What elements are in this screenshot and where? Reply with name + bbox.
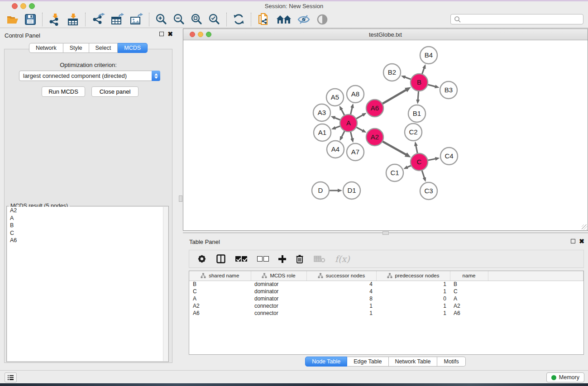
graph-node-A2[interactable]: A2 — [366, 129, 383, 146]
table-cell[interactable]: 0 — [376, 295, 450, 302]
tab-motifs[interactable]: Motifs — [437, 357, 465, 367]
search-input[interactable] — [461, 15, 583, 24]
table-cell[interactable]: A6 — [189, 310, 251, 317]
memory-button[interactable]: Memory — [546, 372, 584, 382]
table-cell[interactable]: C — [189, 288, 251, 295]
create-column-button[interactable] — [276, 251, 288, 267]
table-cell[interactable]: dominator — [251, 281, 306, 288]
tab-node-table[interactable]: Node Table — [305, 357, 347, 367]
table-cell[interactable]: 1 — [376, 310, 450, 317]
column-header-successor-nodes[interactable]: successor nodes — [306, 271, 376, 281]
graph-node-A4[interactable]: A4 — [327, 141, 344, 158]
export-network-button[interactable] — [89, 12, 108, 27]
export-table-button[interactable] — [108, 12, 127, 27]
mcds-result-item[interactable]: C — [7, 229, 168, 237]
table-cell[interactable]: connector — [251, 302, 306, 310]
table-cell[interactable]: A6 — [450, 310, 488, 317]
table-cell[interactable] — [488, 295, 583, 302]
graph-node-D[interactable]: D — [312, 182, 329, 199]
unselect-all-columns-button[interactable] — [254, 251, 272, 267]
table-cell[interactable]: 1 — [306, 310, 376, 317]
column-header-shared-name[interactable]: shared name — [189, 271, 251, 281]
optimization-select[interactable]: largest connected component (directed) — [19, 71, 160, 81]
table-cell[interactable]: 1 — [376, 288, 450, 295]
mcds-result-item[interactable]: A6 — [7, 237, 168, 244]
import-table-button[interactable] — [64, 12, 82, 27]
table-cell[interactable]: A — [189, 295, 251, 302]
close-panel-button[interactable]: Close panel — [91, 86, 139, 97]
table-cell[interactable]: dominator — [251, 295, 306, 302]
float-table-panel-icon[interactable] — [571, 239, 575, 243]
column-header-predecessor-nodes[interactable]: predecessor nodes — [376, 271, 450, 281]
graph-node-C3[interactable]: C3 — [420, 182, 437, 200]
close-panel-icon[interactable]: ✖ — [167, 32, 173, 36]
table-cell[interactable]: A2 — [189, 302, 251, 310]
tab-network[interactable]: Network — [29, 43, 63, 53]
zoom-fit-button[interactable] — [188, 12, 206, 27]
table-row[interactable]: A6connector11A6 — [189, 310, 583, 317]
export-image-button[interactable] — [127, 12, 146, 27]
refresh-button[interactable] — [230, 12, 248, 27]
table-cell[interactable]: connector — [251, 310, 306, 317]
mcds-result-item[interactable]: A — [7, 214, 168, 222]
graph-node-A8[interactable]: A8 — [347, 86, 364, 103]
table-row[interactable]: Cdominator41C — [189, 288, 583, 295]
float-panel-icon[interactable] — [159, 32, 164, 36]
hide-graphics-button[interactable] — [294, 12, 313, 27]
table-cell[interactable]: 1 — [306, 302, 376, 310]
column-header-name[interactable]: name — [450, 271, 488, 281]
table-cell[interactable]: B — [450, 281, 488, 288]
mcds-result-item[interactable]: B — [7, 222, 168, 229]
graph-node-A7[interactable]: A7 — [347, 143, 364, 161]
mcds-result-item[interactable]: A2 — [7, 207, 168, 214]
show-graphics-button[interactable] — [313, 12, 331, 27]
table-cell[interactable] — [488, 310, 583, 317]
zoom-selected-button[interactable] — [206, 12, 223, 27]
network-canvas[interactable]: B4B2BB3A8A5A6A3B1AC2A1A2A4A7C4CC1C3DD1 — [183, 41, 588, 230]
graph-node-A1[interactable]: A1 — [314, 124, 331, 141]
graph-node-B1[interactable]: B1 — [408, 105, 425, 122]
table-cell[interactable]: 1 — [376, 281, 450, 288]
graph-node-D1[interactable]: D1 — [343, 182, 360, 199]
table-cell[interactable] — [488, 302, 583, 310]
delete-table-button[interactable] — [311, 251, 328, 267]
select-all-columns-button[interactable] — [233, 251, 250, 267]
graph-node-A[interactable]: A — [340, 114, 357, 132]
horizontal-split-grip[interactable] — [382, 231, 389, 235]
zoom-in-button[interactable] — [153, 12, 170, 27]
graph-node-C2[interactable]: C2 — [405, 124, 422, 141]
table-cell[interactable]: B — [189, 281, 251, 288]
graph-node-C[interactable]: C — [411, 153, 428, 171]
run-mcds-button[interactable]: Run MCDS — [42, 86, 85, 97]
tab-select[interactable]: Select — [89, 43, 118, 53]
delete-column-button[interactable] — [293, 251, 306, 267]
tab-edge-table[interactable]: Edge Table — [347, 357, 388, 367]
clone-network-button[interactable] — [254, 12, 273, 27]
table-row[interactable]: Adominator80A — [189, 295, 583, 302]
open-session-button[interactable] — [4, 12, 22, 27]
close-table-panel-icon[interactable]: ✖ — [579, 239, 584, 243]
network-window-titlebar[interactable]: testGlobe.txt — [183, 29, 588, 40]
tab-mcds[interactable]: MCDS — [118, 43, 148, 53]
graph-node-A5[interactable]: A5 — [326, 89, 344, 106]
graph-node-A6[interactable]: A6 — [366, 100, 383, 117]
table-cell[interactable]: dominator — [251, 288, 306, 295]
table-cell[interactable]: 4 — [306, 281, 376, 288]
function-builder-button[interactable]: f(x) — [333, 251, 352, 267]
graph-node-B3[interactable]: B3 — [440, 81, 457, 99]
column-header-mcds-role[interactable]: MCDS role — [251, 271, 306, 281]
graph-node-C4[interactable]: C4 — [440, 148, 458, 165]
show-panels-button[interactable] — [5, 372, 17, 382]
table-cell[interactable] — [488, 281, 583, 288]
window-resize-grip[interactable] — [582, 224, 587, 230]
graph-node-C1[interactable]: C1 — [386, 164, 403, 181]
graph-node-A3[interactable]: A3 — [313, 104, 330, 121]
import-network-button[interactable] — [46, 12, 64, 27]
table-cell[interactable]: A2 — [450, 302, 488, 310]
save-session-button[interactable] — [22, 12, 39, 27]
table-cell[interactable]: 8 — [306, 295, 376, 302]
table-row[interactable]: Bdominator41B — [189, 281, 583, 288]
table-cell[interactable]: C — [450, 288, 488, 295]
zoom-out-button[interactable] — [170, 12, 188, 27]
tab-style[interactable]: Style — [63, 43, 89, 53]
